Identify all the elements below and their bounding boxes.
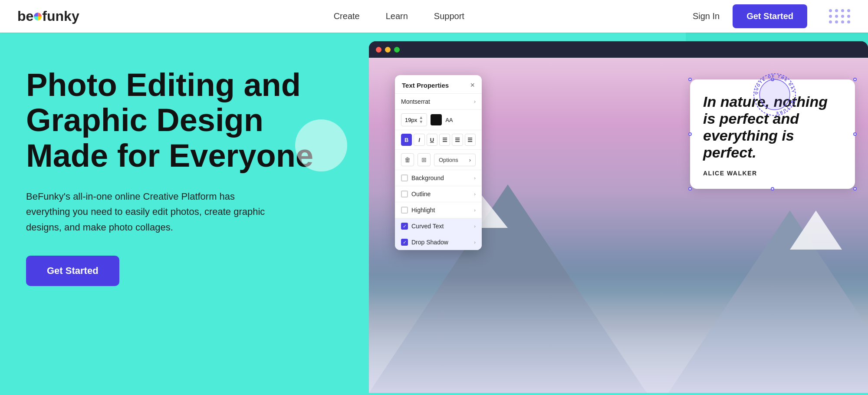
font-size-input[interactable]: 19px ▲▼ <box>401 113 427 126</box>
panel-title: Text Properties <box>402 82 449 89</box>
outline-checkbox[interactable] <box>401 191 408 198</box>
format-buttons-row: B I U ☰ ☰ ☰ <box>395 130 482 150</box>
drop-shadow-checkbox-row[interactable]: Drop Shadow › <box>395 234 482 250</box>
hero-section: Photo Editing and Graphic Design Made fo… <box>0 33 868 395</box>
curved-text-checkbox-row[interactable]: Curved Text › <box>395 218 482 234</box>
logo-be: be <box>17 8 33 24</box>
nav-learn[interactable]: Learn <box>386 11 408 21</box>
background-chevron-icon: › <box>474 175 476 181</box>
font-selector-row[interactable]: Montserrat › <box>395 94 482 110</box>
selection-handle-ml <box>688 132 692 136</box>
options-button[interactable]: Options › <box>434 154 476 166</box>
delete-button[interactable]: 🗑 <box>401 153 414 166</box>
highlight-checkbox-row[interactable]: Highlight › <box>395 202 482 218</box>
align-right-button[interactable]: ☰ <box>465 134 476 146</box>
nav-right: Sign In Get Started <box>693 4 851 28</box>
highlight-checkbox[interactable] <box>401 207 408 214</box>
outline-checkbox-row[interactable]: Outline › <box>395 186 482 202</box>
circular-badge: QUOTE OF THE DAY · NATURE <box>751 71 799 118</box>
nav-dots-decoration <box>829 9 851 23</box>
font-size-value: 19px <box>405 117 417 123</box>
selection-handle-tr <box>853 78 857 81</box>
font-arrow-icon: › <box>474 99 476 105</box>
sign-in-link[interactable]: Sign In <box>693 11 720 21</box>
hero-content: Photo Editing and Graphic Design Made fo… <box>26 67 330 286</box>
hero-title: Photo Editing and Graphic Design Made fo… <box>26 67 330 173</box>
curved-text-checkbox[interactable] <box>401 223 408 230</box>
selection-handle-mr <box>853 132 857 136</box>
nav-links: Create Learn Support <box>105 11 693 21</box>
drop-shadow-label: Drop Shadow <box>411 239 448 246</box>
circle-decoration-small <box>295 119 347 171</box>
curved-text-chevron-icon: › <box>474 224 476 229</box>
window-minimize-dot <box>385 47 391 53</box>
drop-shadow-checkbox[interactable] <box>401 239 408 246</box>
outline-chevron-icon: › <box>474 191 476 197</box>
font-case-icon[interactable]: AA <box>445 117 453 123</box>
fog-layer <box>369 276 868 393</box>
quote-author: ALICE WALKER <box>703 170 842 177</box>
nav-support[interactable]: Support <box>434 11 464 21</box>
window-close-dot <box>376 47 381 53</box>
options-arrow-icon: › <box>469 157 471 163</box>
get-started-hero-button[interactable]: Get Started <box>26 256 119 286</box>
logo-dot-icon <box>34 13 42 20</box>
background-checkbox[interactable] <box>401 174 408 181</box>
hero-subtitle: BeFunky's all-in-one online Creative Pla… <box>26 189 278 235</box>
bold-button[interactable]: B <box>401 134 412 146</box>
editor-titlebar <box>369 41 868 58</box>
options-label: Options <box>439 157 458 163</box>
editor-canvas[interactable]: Text Properties × Montserrat › 19px ▲▼ A… <box>369 58 868 393</box>
duplicate-button[interactable]: ⊞ <box>418 153 431 166</box>
window-expand-dot <box>394 47 400 53</box>
mountain-right-snow <box>790 211 842 250</box>
align-center-button[interactable]: ☰ <box>452 134 463 146</box>
background-checkbox-row[interactable]: Background › <box>395 170 482 186</box>
curved-text-label: Curved Text <box>411 223 444 230</box>
drop-shadow-chevron-icon: › <box>474 240 476 245</box>
panel-header: Text Properties × <box>395 75 482 94</box>
text-properties-panel: Text Properties × Montserrat › 19px ▲▼ A… <box>395 75 482 250</box>
align-left-button[interactable]: ☰ <box>439 134 450 146</box>
outline-label: Outline <box>411 191 431 198</box>
svg-point-1 <box>760 79 790 110</box>
logo[interactable]: be funky <box>17 8 79 24</box>
get-started-nav-button[interactable]: Get Started <box>733 4 807 28</box>
editor-mockup: Text Properties × Montserrat › 19px ▲▼ A… <box>369 41 868 393</box>
highlight-chevron-icon: › <box>474 207 476 213</box>
background-label: Background <box>411 174 444 181</box>
action-buttons-row: 🗑 ⊞ Options › <box>395 150 482 170</box>
nav-create[interactable]: Create <box>334 11 360 21</box>
navigation: be funky Create Learn Support Sign In Ge… <box>0 0 868 33</box>
panel-close-button[interactable]: × <box>470 81 475 89</box>
font-size-stepper[interactable]: ▲▼ <box>419 115 423 124</box>
selection-handle-tl <box>688 78 692 81</box>
logo-funky: funky <box>42 8 79 24</box>
font-size-row: 19px ▲▼ AA <box>395 110 482 130</box>
highlight-label: Highlight <box>411 207 435 214</box>
italic-button[interactable]: I <box>414 134 424 146</box>
font-color-swatch[interactable] <box>431 114 442 125</box>
font-name-label: Montserrat <box>401 98 430 105</box>
underline-button[interactable]: U <box>427 134 437 146</box>
selection-handle-bc <box>771 187 774 191</box>
circular-badge-svg: QUOTE OF THE DAY · NATURE <box>751 71 799 118</box>
